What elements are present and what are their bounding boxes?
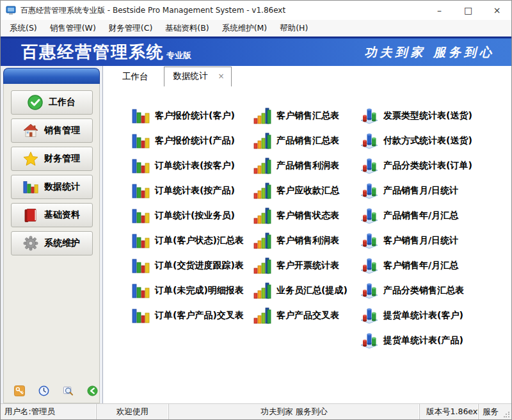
- tab-label: 数据统计: [173, 70, 208, 82]
- house-icon: [23, 123, 38, 138]
- bar-chart-3d-icon: [132, 207, 150, 224]
- report-item[interactable]: 客户销售状态表: [253, 203, 360, 228]
- maximize-button[interactable]: □: [454, 1, 483, 20]
- report-item-label: 订单(未完成)明细报表: [155, 285, 244, 296]
- sidebar-item-basedata[interactable]: 基础资料: [11, 203, 93, 227]
- menu-item[interactable]: 销售管理(W): [44, 20, 102, 36]
- close-button[interactable]: ×: [483, 1, 511, 20]
- star-icon: [23, 151, 38, 166]
- menu-item[interactable]: 帮助(H): [273, 20, 314, 36]
- report-item[interactable]: 提货单统计表(客户): [360, 303, 472, 328]
- report-item-label: 客户销售汇总表: [276, 110, 339, 122]
- cylinder-chart-icon: [360, 158, 378, 174]
- menu-item[interactable]: 系统维护(M): [216, 20, 274, 36]
- resize-grip[interactable]: [504, 412, 510, 418]
- sidebar-item-statistics[interactable]: 数据统计: [11, 175, 93, 199]
- report-item-label: 产品销售月/日统计: [383, 185, 458, 197]
- report-item-label: 订单(客户产品)交叉表: [155, 310, 244, 321]
- status-welcome: 欢迎使用: [97, 404, 169, 419]
- tab-statistics[interactable]: 数据统计 ×: [164, 67, 232, 86]
- report-column-orders: 客户报价统计(客户) 客户报价统计(产品) 订单统计表(按客户): [132, 103, 253, 403]
- report-item[interactable]: 客户开票统计表: [253, 253, 360, 278]
- check-circle-icon: [28, 95, 43, 110]
- report-item[interactable]: 客户应收款汇总: [253, 178, 360, 203]
- book-icon: [23, 207, 38, 223]
- status-service: 服务: [479, 404, 511, 419]
- report-item[interactable]: 产品分类销售汇总表: [360, 278, 472, 303]
- ascending-bars-icon: [253, 207, 271, 224]
- sidebar-item-finance[interactable]: 财务管理: [11, 147, 93, 171]
- minimize-button[interactable]: –: [425, 1, 454, 20]
- gear-icon: [23, 236, 38, 251]
- brand-title: 百惠经营管理系统: [1, 41, 164, 63]
- menu-item[interactable]: 系统(S): [3, 20, 44, 36]
- report-item-label: 提货单统计表(客户): [383, 310, 463, 321]
- ascending-bars-icon: [253, 182, 271, 199]
- report-item[interactable]: 付款方式统计表(送货): [360, 128, 472, 153]
- report-item[interactable]: 客户销售汇总表: [253, 103, 360, 128]
- brand-slogan: 功夫到家 服务到心: [364, 44, 511, 61]
- clock-icon[interactable]: [38, 385, 49, 396]
- sidebar-header-strip: [3, 68, 100, 84]
- status-slogan: 功夫到家 服务到心: [169, 404, 420, 419]
- report-item-label: 客户销售月/日统计: [383, 235, 458, 246]
- report-item-label: 订单(交货进度跟踪)表: [155, 260, 244, 271]
- report-item-label: 订单(客户状态)汇总表: [155, 235, 244, 246]
- report-item-label: 产品分类统计表(订单): [383, 160, 472, 172]
- window-controls: – □ ×: [425, 1, 511, 20]
- report-item[interactable]: 订单(客户产品)交叉表: [132, 303, 253, 328]
- sidebar: 工作台 销售管理 财务管理 数据统计 基础资料: [1, 66, 103, 403]
- back-icon[interactable]: [87, 385, 98, 396]
- report-item-label: 产品销售利润表: [276, 160, 339, 172]
- sidebar-item-label: 系统维护: [44, 238, 80, 249]
- report-item-label: 客户销售利润表: [276, 235, 339, 246]
- report-item[interactable]: 提货单统计表(产品): [360, 328, 472, 353]
- key-icon[interactable]: [14, 385, 25, 396]
- magnifier-icon[interactable]: [63, 385, 74, 396]
- menu-item[interactable]: 基础资料(B): [159, 20, 215, 36]
- report-item[interactable]: 客户报价统计(客户): [132, 103, 253, 128]
- status-service-label: 服务: [483, 407, 499, 417]
- sidebar-item-label: 数据统计: [44, 181, 80, 193]
- report-item[interactable]: 订单(交货进度跟踪)表: [132, 253, 253, 278]
- report-item-label: 订单统计表(按产品): [155, 185, 235, 197]
- tab-close-icon[interactable]: ×: [218, 72, 225, 80]
- report-item[interactable]: 客户报价统计(产品): [132, 128, 253, 153]
- report-item[interactable]: 产品分类统计表(订单): [360, 153, 472, 178]
- sidebar-item-maintenance[interactable]: 系统维护: [11, 231, 93, 255]
- sidebar-item-sales[interactable]: 销售管理: [11, 118, 93, 143]
- sidebar-item-label: 基础资料: [44, 209, 80, 221]
- cylinder-chart-icon: [360, 182, 378, 199]
- report-item[interactable]: 客户销售利润表: [253, 228, 360, 253]
- report-item[interactable]: 订单(客户状态)汇总表: [132, 228, 253, 253]
- title-bar: 百惠经营管理系统专业版 - Bestside Pro Management Sy…: [1, 1, 511, 20]
- report-item[interactable]: 订单统计(按业务员): [132, 203, 253, 228]
- report-item[interactable]: 产品销售年/月汇总: [360, 203, 472, 228]
- report-item-label: 发票类型统计表(送货): [383, 110, 472, 122]
- bar-chart-3d-icon: [132, 108, 150, 124]
- report-item[interactable]: 客户销售年/月汇总: [360, 253, 472, 278]
- ascending-bars-icon: [253, 307, 271, 324]
- report-item[interactable]: 客户销售月/日统计: [360, 228, 472, 253]
- report-item[interactable]: 产品销售月/日统计: [360, 178, 472, 203]
- report-item[interactable]: 订单统计表(按产品): [132, 178, 253, 203]
- report-item-label: 提货单统计表(产品): [383, 335, 463, 346]
- cylinder-chart-icon: [360, 207, 378, 224]
- cylinder-chart-icon: [360, 307, 378, 324]
- report-item[interactable]: 发票类型统计表(送货): [360, 103, 472, 128]
- ascending-bars-icon: [253, 108, 271, 124]
- status-version: 版本号1.86ext: [420, 404, 479, 419]
- cylinder-chart-icon: [360, 257, 378, 274]
- report-item[interactable]: 产品销售汇总表: [253, 128, 360, 153]
- report-item[interactable]: 产品销售利润表: [253, 153, 360, 178]
- report-item[interactable]: 客户产品交叉表: [253, 303, 360, 328]
- tab-workbench[interactable]: 工作台: [113, 68, 157, 86]
- sidebar-item-workbench[interactable]: 工作台: [11, 90, 93, 115]
- report-item[interactable]: 业务员汇总(提成): [253, 278, 360, 303]
- report-item[interactable]: 订单统计表(按客户): [132, 153, 253, 178]
- main-area: 工作台 数据统计 × 客户报价统计(客户): [103, 66, 511, 403]
- report-item-label: 订单统计表(按客户): [155, 160, 235, 172]
- bar-chart-3d-icon: [132, 257, 150, 274]
- report-item[interactable]: 订单(未完成)明细报表: [132, 278, 253, 303]
- menu-item[interactable]: 财务管理(C): [102, 20, 159, 36]
